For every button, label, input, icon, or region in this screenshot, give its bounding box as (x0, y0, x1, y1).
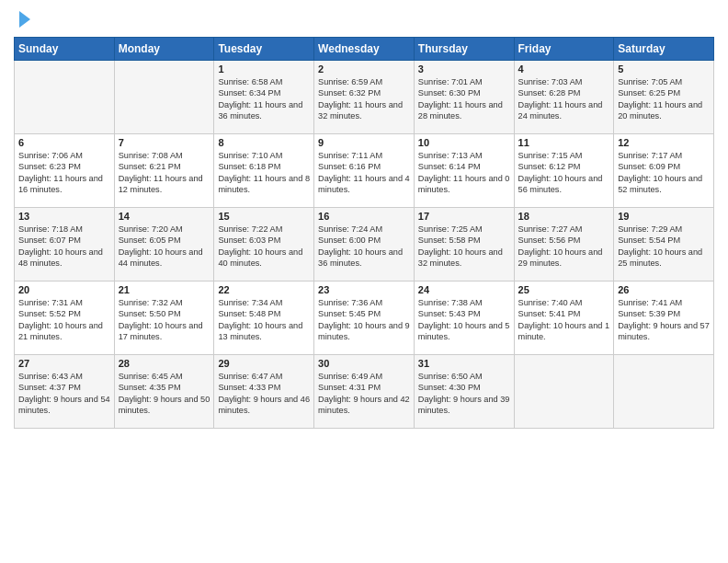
calendar-cell: 19Sunrise: 7:29 AM Sunset: 5:54 PM Dayli… (614, 208, 714, 282)
day-info: Sunrise: 7:24 AM Sunset: 6:00 PM Dayligh… (318, 224, 410, 270)
day-info: Sunrise: 7:17 AM Sunset: 6:09 PM Dayligh… (618, 150, 710, 196)
day-number: 17 (418, 211, 510, 222)
calendar-header-row: SundayMondayTuesdayWednesdayThursdayFrid… (15, 38, 714, 61)
week-row-4: 20Sunrise: 7:31 AM Sunset: 5:52 PM Dayli… (15, 282, 714, 355)
calendar-cell: 14Sunrise: 7:20 AM Sunset: 6:05 PM Dayli… (114, 208, 214, 282)
day-number: 8 (218, 137, 310, 148)
day-number: 29 (218, 358, 310, 369)
day-info: Sunrise: 7:41 AM Sunset: 5:39 PM Dayligh… (618, 297, 710, 343)
day-number: 20 (18, 284, 110, 295)
calendar-cell: 9Sunrise: 7:11 AM Sunset: 6:16 PM Daylig… (314, 134, 415, 208)
day-number: 23 (318, 284, 410, 295)
calendar-cell (114, 61, 214, 134)
day-header-sunday: Sunday (15, 38, 115, 61)
day-number: 16 (318, 211, 410, 222)
logo (14, 9, 32, 29)
day-number: 3 (418, 63, 510, 75)
day-info: Sunrise: 7:29 AM Sunset: 5:54 PM Dayligh… (618, 224, 710, 270)
day-header-thursday: Thursday (414, 38, 514, 61)
calendar-cell (614, 355, 714, 429)
calendar-cell: 31Sunrise: 6:50 AM Sunset: 4:30 PM Dayli… (414, 355, 514, 429)
day-number: 10 (418, 137, 510, 148)
day-info: Sunrise: 7:40 AM Sunset: 5:41 PM Dayligh… (518, 297, 610, 343)
day-number: 13 (18, 211, 110, 222)
day-number: 11 (518, 137, 610, 148)
day-info: Sunrise: 6:58 AM Sunset: 6:34 PM Dayligh… (218, 76, 310, 122)
day-info: Sunrise: 6:47 AM Sunset: 4:33 PM Dayligh… (218, 371, 310, 417)
day-number: 7 (119, 137, 210, 148)
day-number: 9 (318, 137, 410, 148)
day-info: Sunrise: 7:22 AM Sunset: 6:03 PM Dayligh… (218, 224, 310, 270)
calendar-cell: 30Sunrise: 6:49 AM Sunset: 4:31 PM Dayli… (314, 355, 415, 429)
day-info: Sunrise: 7:38 AM Sunset: 5:43 PM Dayligh… (418, 297, 510, 343)
day-number: 19 (618, 211, 710, 222)
day-info: Sunrise: 7:34 AM Sunset: 5:48 PM Dayligh… (218, 297, 310, 343)
day-info: Sunrise: 6:43 AM Sunset: 4:37 PM Dayligh… (18, 371, 110, 417)
day-header-wednesday: Wednesday (314, 38, 415, 61)
day-info: Sunrise: 7:32 AM Sunset: 5:50 PM Dayligh… (119, 297, 210, 343)
header (14, 9, 714, 29)
day-info: Sunrise: 7:36 AM Sunset: 5:45 PM Dayligh… (318, 297, 410, 343)
calendar-cell: 21Sunrise: 7:32 AM Sunset: 5:50 PM Dayli… (114, 282, 214, 355)
day-info: Sunrise: 6:50 AM Sunset: 4:30 PM Dayligh… (418, 371, 510, 417)
day-header-tuesday: Tuesday (214, 38, 314, 61)
calendar-cell: 28Sunrise: 6:45 AM Sunset: 4:35 PM Dayli… (114, 355, 214, 429)
day-info: Sunrise: 7:05 AM Sunset: 6:25 PM Dayligh… (618, 76, 710, 122)
day-info: Sunrise: 6:59 AM Sunset: 6:32 PM Dayligh… (318, 76, 410, 122)
day-info: Sunrise: 7:01 AM Sunset: 6:30 PM Dayligh… (418, 76, 510, 122)
week-row-1: 1Sunrise: 6:58 AM Sunset: 6:34 PM Daylig… (15, 61, 714, 134)
day-number: 28 (119, 358, 210, 369)
calendar-cell: 12Sunrise: 7:17 AM Sunset: 6:09 PM Dayli… (614, 134, 714, 208)
calendar-cell: 10Sunrise: 7:13 AM Sunset: 6:14 PM Dayli… (414, 134, 514, 208)
day-info: Sunrise: 7:20 AM Sunset: 6:05 PM Dayligh… (119, 224, 210, 270)
day-number: 30 (318, 358, 410, 369)
calendar-cell: 17Sunrise: 7:25 AM Sunset: 5:58 PM Dayli… (414, 208, 514, 282)
calendar-cell: 29Sunrise: 6:47 AM Sunset: 4:33 PM Dayli… (214, 355, 314, 429)
day-number: 1 (218, 63, 310, 75)
day-number: 2 (318, 63, 410, 75)
calendar-cell: 11Sunrise: 7:15 AM Sunset: 6:12 PM Dayli… (514, 134, 614, 208)
calendar-cell: 6Sunrise: 7:06 AM Sunset: 6:23 PM Daylig… (15, 134, 115, 208)
day-info: Sunrise: 7:08 AM Sunset: 6:21 PM Dayligh… (119, 150, 210, 196)
day-info: Sunrise: 6:45 AM Sunset: 4:35 PM Dayligh… (119, 371, 210, 417)
calendar-cell (15, 61, 115, 134)
calendar-cell (514, 355, 614, 429)
calendar-cell: 25Sunrise: 7:40 AM Sunset: 5:41 PM Dayli… (514, 282, 614, 355)
calendar-cell: 5Sunrise: 7:05 AM Sunset: 6:25 PM Daylig… (614, 61, 714, 134)
day-number: 26 (618, 284, 710, 295)
calendar-cell: 15Sunrise: 7:22 AM Sunset: 6:03 PM Dayli… (214, 208, 314, 282)
day-number: 5 (618, 63, 710, 75)
day-info: Sunrise: 7:18 AM Sunset: 6:07 PM Dayligh… (18, 224, 110, 270)
svg-marker-0 (19, 11, 30, 28)
day-number: 27 (18, 358, 110, 369)
calendar-cell: 27Sunrise: 6:43 AM Sunset: 4:37 PM Dayli… (15, 355, 115, 429)
calendar-cell: 24Sunrise: 7:38 AM Sunset: 5:43 PM Dayli… (414, 282, 514, 355)
day-info: Sunrise: 6:49 AM Sunset: 4:31 PM Dayligh… (318, 371, 410, 417)
logo-icon (16, 9, 32, 29)
day-number: 14 (119, 211, 210, 222)
day-number: 4 (518, 63, 610, 75)
page-container: SundayMondayTuesdayWednesdayThursdayFrid… (0, 0, 728, 433)
calendar-cell: 18Sunrise: 7:27 AM Sunset: 5:56 PM Dayli… (514, 208, 614, 282)
calendar-cell: 4Sunrise: 7:03 AM Sunset: 6:28 PM Daylig… (514, 61, 614, 134)
week-row-2: 6Sunrise: 7:06 AM Sunset: 6:23 PM Daylig… (15, 134, 714, 208)
calendar-cell: 16Sunrise: 7:24 AM Sunset: 6:00 PM Dayli… (314, 208, 415, 282)
calendar-cell: 7Sunrise: 7:08 AM Sunset: 6:21 PM Daylig… (114, 134, 214, 208)
day-info: Sunrise: 7:25 AM Sunset: 5:58 PM Dayligh… (418, 224, 510, 270)
day-number: 25 (518, 284, 610, 295)
week-row-5: 27Sunrise: 6:43 AM Sunset: 4:37 PM Dayli… (15, 355, 714, 429)
day-number: 18 (518, 211, 610, 222)
calendar-cell: 26Sunrise: 7:41 AM Sunset: 5:39 PM Dayli… (614, 282, 714, 355)
calendar-cell: 8Sunrise: 7:10 AM Sunset: 6:18 PM Daylig… (214, 134, 314, 208)
day-info: Sunrise: 7:27 AM Sunset: 5:56 PM Dayligh… (518, 224, 610, 270)
day-info: Sunrise: 7:31 AM Sunset: 5:52 PM Dayligh… (18, 297, 110, 343)
calendar-cell: 20Sunrise: 7:31 AM Sunset: 5:52 PM Dayli… (15, 282, 115, 355)
day-header-monday: Monday (114, 38, 214, 61)
day-info: Sunrise: 7:10 AM Sunset: 6:18 PM Dayligh… (218, 150, 310, 196)
day-number: 6 (18, 137, 110, 148)
calendar-cell: 23Sunrise: 7:36 AM Sunset: 5:45 PM Dayli… (314, 282, 415, 355)
day-info: Sunrise: 7:15 AM Sunset: 6:12 PM Dayligh… (518, 150, 610, 196)
day-header-saturday: Saturday (614, 38, 714, 61)
calendar-cell: 22Sunrise: 7:34 AM Sunset: 5:48 PM Dayli… (214, 282, 314, 355)
day-number: 22 (218, 284, 310, 295)
